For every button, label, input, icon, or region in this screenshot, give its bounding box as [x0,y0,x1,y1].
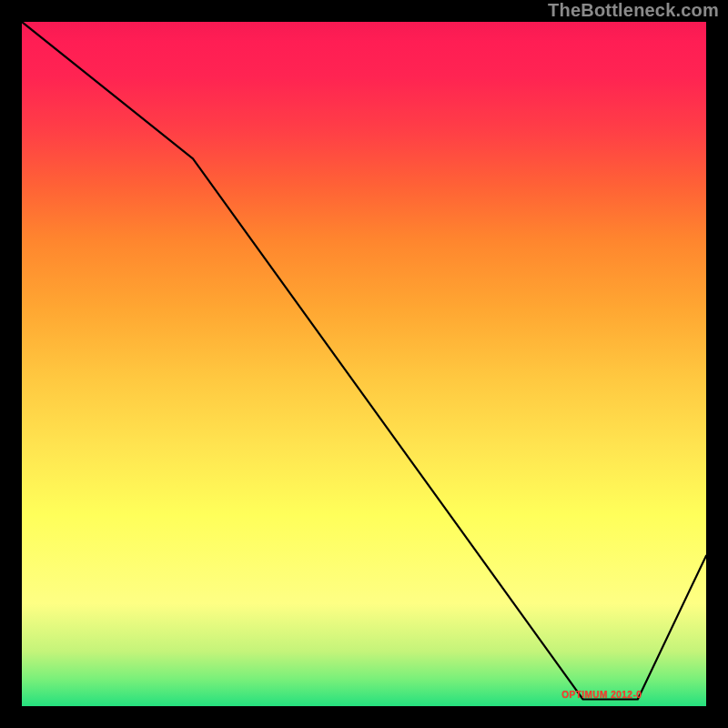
attribution-text: TheBottleneck.com [548,0,719,21]
optimum-ridge-label: OPTIMUM 2012-0 [561,690,642,700]
line-curve [22,22,706,706]
plot-area: OPTIMUM 2012-0 [22,22,706,706]
chart-stage: OPTIMUM 2012-0 TheBottleneck.com [0,0,728,728]
